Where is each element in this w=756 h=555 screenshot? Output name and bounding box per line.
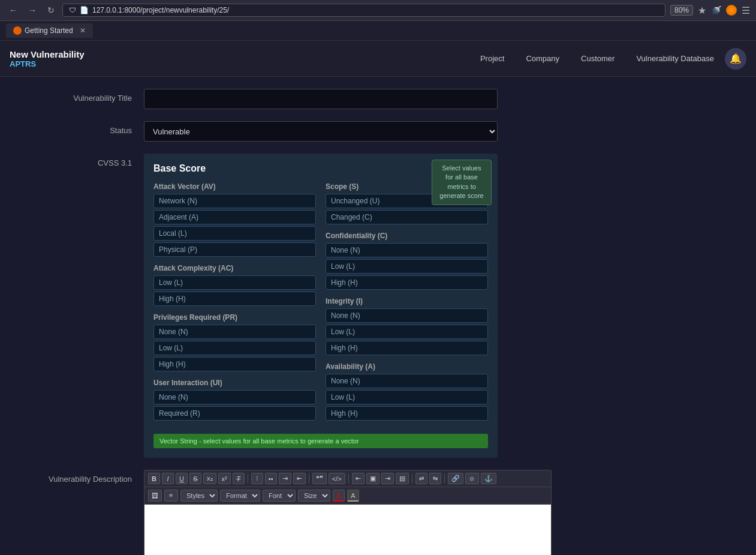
i-low-btn[interactable]: Low (L) xyxy=(326,325,488,339)
code-block-btn[interactable]: </> xyxy=(329,473,345,484)
ordered-list-btn[interactable]: ⁝ xyxy=(251,473,263,484)
back-button[interactable]: ← xyxy=(6,4,20,16)
anchor-btn[interactable]: ⚓ xyxy=(481,473,496,484)
attack-vector-label: Attack Vector (AV) xyxy=(153,182,316,191)
superscript-btn[interactable]: x² xyxy=(218,473,231,484)
indent-btn[interactable]: ⇥ xyxy=(279,473,291,484)
app-logo: New Vulnerability APTRS xyxy=(10,49,84,68)
font-select[interactable]: Font xyxy=(263,490,296,502)
user-interaction-label: User Interaction (UI) xyxy=(153,379,316,387)
zoom-level: 80% xyxy=(670,5,693,16)
font-color-btn[interactable]: A xyxy=(333,490,345,502)
bg-color-btn[interactable]: A xyxy=(347,490,359,502)
rtl-btn[interactable]: ⇆ xyxy=(429,473,441,484)
vulnerability-title-row: Vulnerability Title xyxy=(24,89,732,109)
attack-vector-group: Attack Vector (AV) Network (N) Adjacent … xyxy=(153,182,316,257)
url-text: 127.0.0.1:8000/project/newvulnerability/… xyxy=(92,6,229,14)
cvss-row: CVSS 3.1 Base Score Select values for al… xyxy=(24,154,732,458)
subscript-btn[interactable]: x₂ xyxy=(203,473,216,484)
firefox-save-icon: 🚿 xyxy=(711,5,721,15)
pr-low-btn[interactable]: Low (L) xyxy=(153,341,316,355)
av-network-btn[interactable]: Network (N) xyxy=(153,194,316,208)
reload-button[interactable]: ↻ xyxy=(44,4,58,16)
blockquote-btn[interactable]: ❝❞ xyxy=(312,473,327,484)
privileges-required-label: Privileges Required (PR) xyxy=(153,313,316,322)
tab-label: Getting Started xyxy=(25,26,73,35)
app-brand: APTRS xyxy=(10,59,84,68)
notification-bell[interactable]: 🔔 xyxy=(725,48,746,70)
link-btn[interactable]: 🔗 xyxy=(448,473,463,484)
toolbar-sep2 xyxy=(309,474,309,483)
underline-btn[interactable]: U xyxy=(176,473,188,484)
strikethrough-btn[interactable]: S xyxy=(189,473,201,484)
integrity-label: Integrity (I) xyxy=(326,297,488,305)
menu-icon[interactable]: ☰ xyxy=(742,5,750,16)
styles-select[interactable]: Styles xyxy=(180,490,218,502)
cvss-label: CVSS 3.1 xyxy=(24,154,144,167)
availability-group: Availability (A) None (N) Low (L) High (… xyxy=(326,362,488,421)
tab-icon xyxy=(13,26,22,35)
pr-none-btn[interactable]: None (N) xyxy=(153,325,316,339)
pr-high-btn[interactable]: High (H) xyxy=(153,357,316,371)
s-changed-btn[interactable]: Changed (C) xyxy=(326,210,488,224)
firefox-icon xyxy=(726,5,737,16)
app-header: New Vulnerability APTRS Project Company … xyxy=(0,41,756,77)
a-none-btn[interactable]: None (N) xyxy=(326,374,488,388)
browser-chrome: ← → ↻ 🛡 📄 127.0.0.1:8000/project/newvuln… xyxy=(0,0,756,21)
a-high-btn[interactable]: High (H) xyxy=(326,406,488,421)
ac-high-btn[interactable]: High (H) xyxy=(153,292,316,306)
star-icon[interactable]: ★ xyxy=(698,5,706,16)
ui-required-btn[interactable]: Required (R) xyxy=(153,406,316,421)
nav-project[interactable]: Project xyxy=(469,48,515,69)
main-content: Vulnerability Title Status Vulnerable Co… xyxy=(0,77,756,555)
format-select[interactable]: Format xyxy=(220,490,260,502)
cvss-metrics: Attack Vector (AV) Network (N) Adjacent … xyxy=(153,182,488,428)
a-low-btn[interactable]: Low (L) xyxy=(326,390,488,404)
browser-tab[interactable]: Getting Started ✕ xyxy=(6,23,93,38)
size-select[interactable]: Size xyxy=(298,490,330,502)
toolbar-sep3 xyxy=(348,474,349,483)
align-left-btn[interactable]: ⇤ xyxy=(352,473,365,484)
i-none-btn[interactable]: None (N) xyxy=(326,308,488,323)
forward-button[interactable]: → xyxy=(25,4,40,16)
align-center-btn[interactable]: ▣ xyxy=(366,473,379,484)
address-bar[interactable]: 🛡 📄 127.0.0.1:8000/project/newvulnerabil… xyxy=(62,4,665,17)
status-row: Status Vulnerable Confirmed Resolved Fal… xyxy=(24,121,732,142)
unlink-btn[interactable]: ⛭ xyxy=(465,473,479,484)
align-right-btn[interactable]: ⇥ xyxy=(381,473,394,484)
bold-btn[interactable]: B xyxy=(148,473,160,484)
editor-toolbar-row1: B I U S x₂ x² T ⁝ •• ⇥ ⇤ ❝❞ </> ⇤ ▣ ⇥ ▤ xyxy=(144,470,551,487)
av-physical-btn[interactable]: Physical (P) xyxy=(153,242,316,257)
editor-body[interactable] xyxy=(144,505,551,555)
ltr-btn[interactable]: ⇄ xyxy=(415,473,427,484)
nav-vulnerability-database[interactable]: Vulnerability Database xyxy=(625,48,725,69)
insert-table-btn[interactable]: ⧧ xyxy=(164,490,178,502)
cvss-tooltip: Select values for all base metrics to ge… xyxy=(432,160,492,205)
c-none-btn[interactable]: None (N) xyxy=(326,243,488,257)
status-select[interactable]: Vulnerable Confirmed Resolved False Posi… xyxy=(144,121,498,142)
align-justify-btn[interactable]: ▤ xyxy=(396,473,409,484)
insert-image-btn[interactable]: 🖼 xyxy=(148,490,162,502)
av-adjacent-btn[interactable]: Adjacent (A) xyxy=(153,210,316,224)
vulnerability-title-input[interactable] xyxy=(144,89,498,109)
confidentiality-label: Confidentiality (C) xyxy=(326,232,488,240)
vulnerability-description-label: Vulnerability Description xyxy=(24,470,144,484)
unordered-list-btn[interactable]: •• xyxy=(265,473,277,484)
outdent-btn[interactable]: ⇤ xyxy=(293,473,306,484)
vector-string-bar: Vector String - select values for all ba… xyxy=(153,434,488,448)
remove-format-btn[interactable]: T xyxy=(233,473,245,484)
c-high-btn[interactable]: High (H) xyxy=(326,275,488,290)
ac-low-btn[interactable]: Low (L) xyxy=(153,275,316,290)
integrity-group: Integrity (I) None (N) Low (L) High (H) xyxy=(326,297,488,355)
nav-company[interactable]: Company xyxy=(515,48,570,69)
italic-btn[interactable]: I xyxy=(162,473,174,484)
cvss-container: Base Score Select values for all base me… xyxy=(144,154,498,458)
i-high-btn[interactable]: High (H) xyxy=(326,341,488,355)
av-local-btn[interactable]: Local (L) xyxy=(153,226,316,241)
c-low-btn[interactable]: Low (L) xyxy=(326,259,488,274)
tab-close-icon[interactable]: ✕ xyxy=(80,26,86,35)
privileges-required-group: Privileges Required (PR) None (N) Low (L… xyxy=(153,313,316,371)
nav-customer[interactable]: Customer xyxy=(570,48,625,69)
main-nav: Project Company Customer Vulnerability D… xyxy=(469,48,725,69)
ui-none-btn[interactable]: None (N) xyxy=(153,390,316,404)
